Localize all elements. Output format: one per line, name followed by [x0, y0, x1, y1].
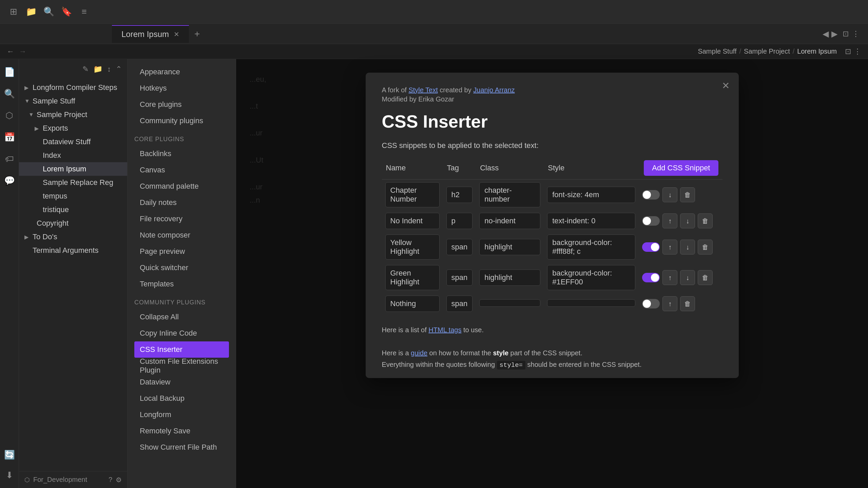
row-name-green-highlight[interactable]: Green Highlight	[385, 265, 440, 290]
delete-chapter-number[interactable]: 🗑	[680, 187, 695, 202]
row-class-green-highlight[interactable]: highlight	[479, 269, 540, 286]
toggle-yellow-highlight[interactable]	[642, 242, 660, 252]
settings-custom-file-ext[interactable]: Custom File Extensions Plugin	[134, 358, 229, 374]
settings-remotely-save[interactable]: Remotely Save	[134, 423, 229, 439]
activity-calendar-icon[interactable]: 📅	[2, 130, 17, 145]
toggle-no-indent[interactable]	[642, 216, 660, 226]
move-up-yellow-highlight[interactable]: ↑	[662, 240, 677, 255]
nav-back-icon[interactable]: ◀	[823, 29, 829, 39]
settings-copy-inline-code[interactable]: Copy Inline Code	[134, 325, 229, 341]
modal-close-button[interactable]: ✕	[720, 79, 732, 92]
settings-local-backup[interactable]: Local Backup	[134, 390, 229, 407]
settings-command-palette[interactable]: Command palette	[134, 178, 229, 194]
split-view-icon[interactable]: ⊡	[843, 30, 849, 38]
split-editor-icon[interactable]: ⊡	[845, 47, 851, 56]
settings-hotkeys[interactable]: Hotkeys	[134, 80, 229, 96]
settings-canvas[interactable]: Canvas	[134, 162, 229, 178]
row-class-nothing[interactable]	[479, 299, 540, 307]
guide-link[interactable]: guide	[411, 349, 427, 357]
move-up-no-indent[interactable]: ↑	[662, 213, 677, 228]
row-tag-green-highlight[interactable]: span	[446, 269, 473, 286]
breadcrumb-sample-stuff[interactable]: Sample Stuff	[698, 48, 736, 55]
activity-files-icon[interactable]: 📄	[2, 64, 17, 79]
move-up-green-highlight[interactable]: ↑	[662, 270, 677, 285]
move-down-no-indent[interactable]: ↓	[680, 213, 695, 228]
new-note-icon[interactable]: ✎	[82, 65, 89, 74]
settings-templates[interactable]: Templates	[134, 276, 229, 292]
toggle-nothing[interactable]	[642, 299, 660, 308]
row-name-chapter-number[interactable]: Chapter Number	[385, 182, 440, 207]
tree-tristique[interactable]: tristique	[19, 203, 127, 217]
menu-icon[interactable]: ≡	[77, 5, 91, 19]
row-class-yellow-highlight[interactable]: highlight	[479, 239, 540, 255]
tree-sample-project[interactable]: ▼ Sample Project	[19, 108, 127, 121]
settings-core-plugins[interactable]: Core plugins	[134, 96, 229, 113]
settings-daily-notes[interactable]: Daily notes	[134, 194, 229, 211]
nav-forward-icon[interactable]: ▶	[831, 29, 837, 39]
settings-page-preview[interactable]: Page preview	[134, 243, 229, 260]
tree-sample-replace[interactable]: Sample Replace Reg	[19, 176, 127, 189]
row-tag-no-indent[interactable]: p	[446, 213, 473, 229]
delete-no-indent[interactable]: 🗑	[698, 213, 713, 228]
row-name-no-indent[interactable]: No Indent	[385, 213, 440, 229]
help-icon[interactable]: ?	[109, 476, 112, 484]
settings-backlinks[interactable]: Backlinks	[134, 146, 229, 162]
tree-terminal[interactable]: Terminal Arguments	[19, 244, 127, 257]
search-icon[interactable]: 🔍	[42, 5, 56, 19]
author-link[interactable]: Juanjo Arranz	[473, 86, 515, 94]
nav-right-icon[interactable]: →	[19, 47, 26, 56]
tree-sample-stuff[interactable]: ▼ Sample Stuff	[19, 94, 127, 108]
activity-tag-icon[interactable]: 🏷	[2, 151, 17, 166]
more-breadcrumb-icon[interactable]: ⋮	[854, 47, 861, 56]
settings-file-recovery[interactable]: File recovery	[134, 211, 229, 227]
move-down-chapter-number[interactable]: ↓	[662, 187, 677, 202]
settings-show-current-file-path[interactable]: Show Current File Path	[134, 439, 229, 455]
row-name-yellow-highlight[interactable]: Yellow Highlight	[385, 234, 440, 260]
html-tags-link[interactable]: HTML tags	[428, 326, 461, 334]
settings-note-composer[interactable]: Note composer	[134, 227, 229, 243]
tab-lorem-ipsum[interactable]: Lorem Ipsum ✕	[112, 25, 189, 43]
sort-icon[interactable]: ↕	[107, 65, 111, 74]
tree-exports[interactable]: ▶ Exports	[19, 121, 127, 135]
move-down-green-highlight[interactable]: ↓	[680, 270, 695, 285]
tree-lorem-ipsum[interactable]: Lorem Ipsum	[19, 162, 127, 176]
row-tag-chapter-number[interactable]: h2	[446, 187, 473, 203]
row-tag-nothing[interactable]: span	[446, 296, 473, 312]
nav-left-icon[interactable]: ←	[7, 47, 14, 56]
activity-graph-icon[interactable]: ⬡	[2, 108, 17, 123]
settings-icon[interactable]: ⚙	[116, 476, 122, 484]
activity-search-icon[interactable]: 🔍	[2, 86, 17, 101]
settings-css-inserter[interactable]: CSS Inserter	[134, 341, 229, 358]
collapse-icon[interactable]: ⌃	[116, 65, 122, 74]
add-css-snippet-button[interactable]: Add CSS Snippet	[644, 160, 718, 176]
delete-nothing[interactable]: 🗑	[680, 296, 695, 311]
new-folder-icon[interactable]: 📁	[93, 65, 102, 74]
settings-longform[interactable]: Longform	[134, 407, 229, 423]
move-up-nothing[interactable]: ↑	[662, 296, 677, 311]
file-open-icon[interactable]: 📁	[24, 5, 38, 19]
toggle-chapter-number[interactable]	[642, 190, 660, 200]
row-class-chapter-number[interactable]: chapter-number	[479, 182, 540, 207]
move-down-yellow-highlight[interactable]: ↓	[680, 240, 695, 255]
delete-yellow-highlight[interactable]: 🗑	[698, 240, 713, 255]
tree-longform-compiler[interactable]: ▶ Longform Compiler Steps	[19, 81, 127, 94]
tree-index[interactable]: Index	[19, 149, 127, 162]
settings-quick-switcher[interactable]: Quick switcher	[134, 260, 229, 276]
sidebar-toggle-icon[interactable]: ⊞	[7, 5, 20, 19]
tree-todos[interactable]: ▶ To Do's	[19, 230, 127, 244]
row-style-chapter-number[interactable]: font-size: 4em	[547, 187, 635, 203]
new-tab-button[interactable]: +	[189, 25, 205, 43]
bookmark-icon[interactable]: 🔖	[60, 5, 73, 19]
row-style-green-highlight[interactable]: background-color: #1EFF00	[547, 265, 635, 290]
row-name-nothing[interactable]: Nothing	[385, 296, 440, 312]
tree-tempus[interactable]: tempus	[19, 189, 127, 203]
toggle-green-highlight[interactable]	[642, 273, 660, 282]
activity-download-icon[interactable]: ⬇	[2, 468, 17, 483]
row-style-no-indent[interactable]: text-indent: 0	[547, 213, 635, 229]
activity-sync-icon[interactable]: 🔄	[2, 447, 17, 462]
row-style-yellow-highlight[interactable]: background-color: #fff88f; c	[547, 234, 635, 260]
settings-dataview[interactable]: Dataview	[134, 374, 229, 390]
activity-chat-icon[interactable]: 💬	[2, 173, 17, 188]
style-text-link[interactable]: Style Text	[408, 86, 438, 94]
row-class-no-indent[interactable]: no-indent	[479, 213, 540, 229]
